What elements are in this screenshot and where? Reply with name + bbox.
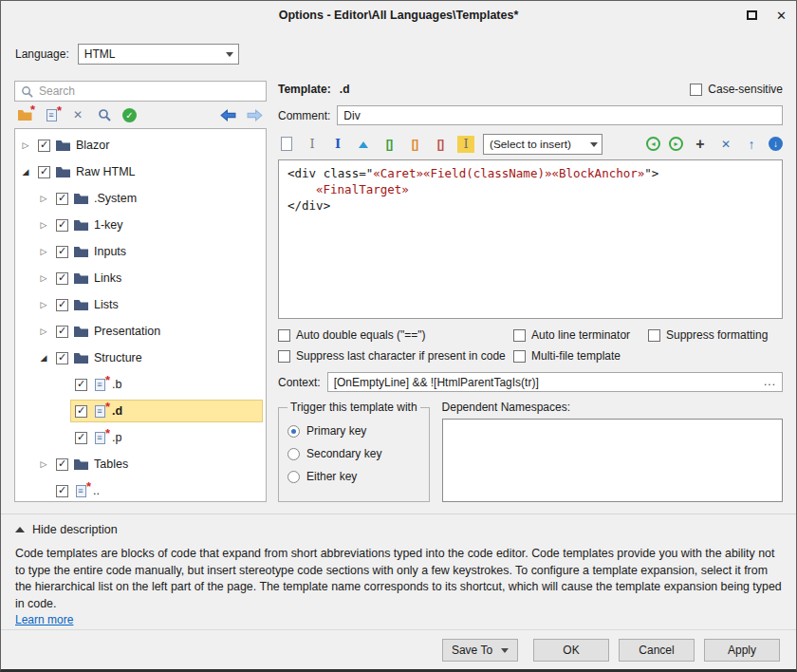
- suppress-last-character-option[interactable]: Suppress last character if present in co…: [278, 349, 513, 363]
- tree-item-checkbox[interactable]: [56, 485, 68, 497]
- delete-icon[interactable]: [69, 106, 86, 123]
- tree-item-checkbox[interactable]: [56, 219, 68, 232]
- tree-item-checkbox[interactable]: [75, 432, 87, 444]
- bracket-green-icon[interactable]: []: [380, 136, 398, 153]
- folder-icon: [74, 458, 88, 470]
- tree-item-checkbox[interactable]: [56, 326, 68, 338]
- auto-line-terminator-checkbox[interactable]: [513, 329, 526, 342]
- tree-item-inputs[interactable]: Inputs: [15, 238, 266, 265]
- search-box[interactable]: [14, 81, 267, 102]
- auto-line-terminator-option[interactable]: Auto line terminator: [513, 328, 648, 342]
- case-sensitive-label: Case-sensitive: [708, 83, 783, 96]
- radio-secondary-key[interactable]: Secondary key: [287, 447, 420, 460]
- tree-item-label: Blazor: [76, 139, 109, 152]
- tree-item-raw-html[interactable]: Raw HTML: [15, 159, 266, 185]
- expander-icon[interactable]: [36, 327, 51, 336]
- apply-button[interactable]: Apply: [704, 639, 780, 662]
- tree-item-checkbox[interactable]: [56, 458, 68, 471]
- previous-field-icon[interactable]: ◂: [646, 137, 660, 151]
- expander-icon[interactable]: [36, 194, 51, 203]
- navigate-back-icon[interactable]: [219, 106, 236, 123]
- tree-item-links[interactable]: Links: [15, 265, 266, 291]
- tree-item-tables[interactable]: Tables: [15, 451, 266, 477]
- tree-item-checkbox[interactable]: [56, 299, 68, 311]
- chevron-down-icon[interactable]: [585, 138, 602, 151]
- expander-icon[interactable]: [36, 220, 51, 230]
- chevron-down-icon[interactable]: [221, 45, 238, 64]
- add-icon[interactable]: [692, 136, 709, 153]
- auto-double-equals-option[interactable]: Auto double equals ("=="): [278, 328, 513, 342]
- tree-item-checkbox[interactable]: [75, 379, 87, 391]
- dependent-namespaces-listbox[interactable]: [442, 419, 783, 502]
- radio-primary-key[interactable]: Primary key: [287, 424, 420, 438]
- tree-item-checkbox[interactable]: [56, 352, 68, 364]
- tree-item-lists[interactable]: Lists: [15, 291, 266, 318]
- language-dropdown[interactable]: HTML: [78, 44, 239, 65]
- multi-file-template-option[interactable]: Multi-file template: [513, 349, 648, 363]
- hide-description-toggle[interactable]: Hide description: [15, 522, 796, 536]
- tree-item-b[interactable]: .b: [15, 371, 266, 398]
- suppress-last-character-checkbox[interactable]: [278, 350, 290, 363]
- tree-item-checkbox[interactable]: [38, 140, 50, 152]
- tree-item-checkbox[interactable]: [56, 246, 68, 258]
- tree-item-p[interactable]: .p: [15, 424, 266, 451]
- marker-triangle-icon[interactable]: [355, 136, 372, 153]
- expander-icon[interactable]: [18, 167, 33, 177]
- template-code-editor[interactable]: <div class="«Caret»«Field(className)»«Bl…: [278, 159, 783, 319]
- tree-item-system[interactable]: .System: [15, 185, 266, 212]
- tree-item-d[interactable]: .d: [15, 398, 266, 424]
- case-sensitive-option[interactable]: Case-sensitive: [690, 83, 783, 96]
- expander-icon[interactable]: [36, 273, 51, 283]
- tree-item-checkbox[interactable]: [56, 193, 68, 205]
- cancel-button[interactable]: Cancel: [619, 639, 695, 662]
- maximize-icon[interactable]: [747, 10, 757, 20]
- multi-file-template-label: Multi-file template: [531, 349, 621, 363]
- suppress-formatting-checkbox[interactable]: [648, 329, 660, 342]
- text-cursor-icon[interactable]: I: [304, 136, 321, 153]
- save-to-button[interactable]: Save To: [442, 639, 518, 662]
- context-input[interactable]: [328, 376, 782, 389]
- bracket-red-icon[interactable]: []: [432, 136, 449, 153]
- ok-button[interactable]: OK: [533, 639, 609, 662]
- text-field-icon[interactable]: I: [329, 136, 346, 153]
- multi-file-template-checkbox[interactable]: [513, 350, 526, 363]
- validate-icon[interactable]: [122, 108, 137, 122]
- auto-double-equals-checkbox[interactable]: [278, 329, 290, 342]
- case-sensitive-checkbox[interactable]: [690, 84, 702, 96]
- tree-item-blazor[interactable]: Blazor: [15, 132, 266, 159]
- field-cursor-icon[interactable]: I: [457, 136, 474, 153]
- search-input[interactable]: [39, 84, 260, 98]
- new-category-icon[interactable]: [16, 106, 33, 123]
- remove-icon[interactable]: [717, 136, 734, 153]
- tree-item-1-key[interactable]: 1-key: [15, 212, 266, 238]
- new-template-icon[interactable]: [43, 106, 60, 123]
- navigate-forward-icon[interactable]: [246, 106, 263, 123]
- close-icon[interactable]: ✕: [776, 9, 787, 23]
- comment-input[interactable]: [338, 109, 782, 122]
- expander-icon[interactable]: [36, 300, 51, 309]
- tree-item-checkbox[interactable]: [56, 272, 68, 285]
- context-more-button[interactable]: ...: [764, 375, 776, 388]
- tree-item-checkbox[interactable]: [75, 405, 87, 418]
- next-field-icon[interactable]: ▸: [669, 137, 683, 151]
- radio-icon: [287, 425, 300, 438]
- tree-item-presentation[interactable]: Presentation: [15, 318, 266, 345]
- tree-item-structure[interactable]: Structure: [15, 345, 266, 371]
- expander-icon[interactable]: [36, 353, 51, 363]
- expander-icon[interactable]: [18, 140, 33, 150]
- move-up-icon[interactable]: [743, 136, 760, 153]
- expander-icon[interactable]: [36, 459, 51, 469]
- bracket-orange-icon[interactable]: []: [406, 136, 423, 153]
- tree-item-dotdot[interactable]: ..: [15, 477, 266, 502]
- radio-either-key[interactable]: Either key: [287, 470, 420, 483]
- suppress-formatting-label: Suppress formatting: [666, 328, 768, 342]
- tree-item-label: Tables: [94, 457, 128, 471]
- move-down-icon[interactable]: [769, 137, 783, 151]
- find-icon[interactable]: [96, 106, 113, 123]
- tree-item-checkbox[interactable]: [38, 166, 50, 178]
- learn-more-link[interactable]: Learn more: [15, 613, 73, 626]
- expander-icon[interactable]: [36, 247, 51, 256]
- new-document-icon[interactable]: [278, 136, 295, 153]
- suppress-formatting-option[interactable]: Suppress formatting: [648, 328, 783, 342]
- select-to-insert-dropdown[interactable]: (Select to insert): [483, 134, 602, 155]
